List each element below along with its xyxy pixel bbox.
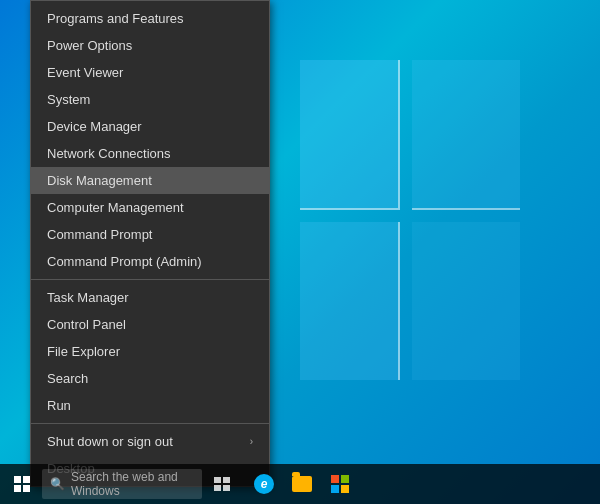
taskbar-file-explorer-button[interactable] <box>284 466 320 502</box>
desktop-decoration <box>300 60 520 380</box>
menu-item-shut-down[interactable]: Shut down or sign out› <box>31 428 269 455</box>
desktop: Programs and FeaturesPower OptionsEvent … <box>0 0 600 504</box>
svg-rect-4 <box>331 475 339 483</box>
start-button[interactable] <box>4 466 40 502</box>
win-panel-tr <box>412 60 520 210</box>
menu-item-label-disk-management: Disk Management <box>47 173 152 188</box>
search-icon: 🔍 <box>50 477 65 491</box>
menu-item-label-power-options: Power Options <box>47 38 132 53</box>
menu-item-label-network-connections: Network Connections <box>47 146 171 161</box>
menu-item-label-command-prompt: Command Prompt <box>47 227 152 242</box>
svg-rect-5 <box>341 475 349 483</box>
svg-rect-3 <box>223 485 230 491</box>
menu-item-label-run: Run <box>47 398 71 413</box>
menu-item-label-search: Search <box>47 371 88 386</box>
menu-item-label-shut-down: Shut down or sign out <box>47 434 173 449</box>
menu-item-command-prompt[interactable]: Command Prompt <box>31 221 269 248</box>
task-view-icon <box>214 477 230 491</box>
menu-separator <box>31 423 269 424</box>
menu-item-search[interactable]: Search <box>31 365 269 392</box>
windows-logo-icon <box>14 476 30 492</box>
taskbar-store-button[interactable] <box>322 466 358 502</box>
menu-item-device-manager[interactable]: Device Manager <box>31 113 269 140</box>
taskbar-ie-button[interactable]: e <box>246 466 282 502</box>
menu-item-file-explorer[interactable]: File Explorer <box>31 338 269 365</box>
menu-item-label-task-manager: Task Manager <box>47 290 129 305</box>
svg-rect-2 <box>214 485 221 491</box>
chevron-right-icon: › <box>250 436 253 447</box>
menu-item-task-manager[interactable]: Task Manager <box>31 284 269 311</box>
taskbar-search-placeholder: Search the web and Windows <box>71 470 194 498</box>
win-panel-br <box>412 222 520 380</box>
win-panel-bl <box>300 222 400 380</box>
menu-item-computer-management[interactable]: Computer Management <box>31 194 269 221</box>
svg-rect-0 <box>214 477 221 483</box>
menu-item-system[interactable]: System <box>31 86 269 113</box>
menu-item-command-prompt-admin[interactable]: Command Prompt (Admin) <box>31 248 269 275</box>
ie-icon: e <box>254 474 274 494</box>
menu-item-label-control-panel: Control Panel <box>47 317 126 332</box>
svg-rect-6 <box>331 485 339 493</box>
menu-item-programs-features[interactable]: Programs and Features <box>31 5 269 32</box>
menu-item-label-system: System <box>47 92 90 107</box>
menu-item-network-connections[interactable]: Network Connections <box>31 140 269 167</box>
menu-item-label-file-explorer: File Explorer <box>47 344 120 359</box>
menu-item-event-viewer[interactable]: Event Viewer <box>31 59 269 86</box>
win-panel-tl <box>300 60 400 210</box>
menu-item-label-command-prompt-admin: Command Prompt (Admin) <box>47 254 202 269</box>
svg-rect-7 <box>341 485 349 493</box>
store-icon <box>331 475 349 493</box>
menu-item-run[interactable]: Run <box>31 392 269 419</box>
menu-item-label-event-viewer: Event Viewer <box>47 65 123 80</box>
taskbar-search[interactable]: 🔍 Search the web and Windows <box>42 469 202 499</box>
file-explorer-icon <box>292 476 312 492</box>
menu-item-label-device-manager: Device Manager <box>47 119 142 134</box>
context-menu: Programs and FeaturesPower OptionsEvent … <box>30 0 270 487</box>
menu-item-control-panel[interactable]: Control Panel <box>31 311 269 338</box>
menu-item-label-computer-management: Computer Management <box>47 200 184 215</box>
task-view-button[interactable] <box>204 466 240 502</box>
menu-separator <box>31 279 269 280</box>
menu-item-disk-management[interactable]: Disk Management <box>31 167 269 194</box>
svg-rect-1 <box>223 477 230 483</box>
taskbar: 🔍 Search the web and Windows e <box>0 464 600 504</box>
menu-item-label-programs-features: Programs and Features <box>47 11 184 26</box>
taskbar-pinned-items: e <box>246 466 358 502</box>
menu-item-power-options[interactable]: Power Options <box>31 32 269 59</box>
